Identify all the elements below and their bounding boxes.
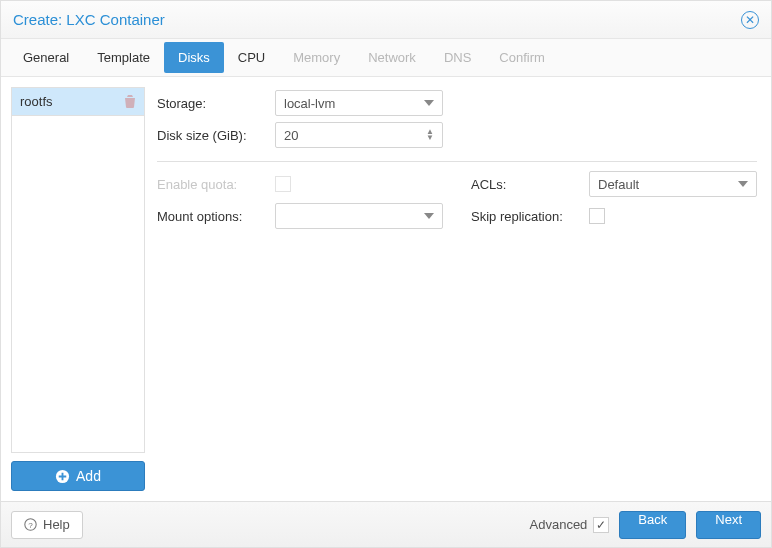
add-disk-button[interactable]: Add (11, 461, 145, 491)
help-button[interactable]: ? Help (11, 511, 83, 539)
tab-template[interactable]: Template (83, 42, 164, 73)
tab-confirm: Confirm (485, 42, 559, 73)
plus-circle-icon (55, 469, 70, 484)
tab-disks[interactable]: Disks (164, 42, 224, 73)
tab-strip: General Template Disks CPU Memory Networ… (1, 39, 771, 77)
tab-network: Network (354, 42, 430, 73)
mount-options-select[interactable] (275, 203, 443, 229)
disk-size-value: 20 (284, 128, 426, 143)
svg-text:?: ? (28, 521, 33, 530)
titlebar: Create: LXC Container ✕ (1, 1, 771, 39)
mount-options-label: Mount options: (157, 209, 267, 224)
dialog-body: rootfs Add Storage: local-lvm (1, 77, 771, 501)
help-label: Help (43, 517, 70, 532)
acls-select[interactable]: Default (589, 171, 757, 197)
disk-sidebar: rootfs Add (11, 87, 145, 501)
dialog-footer: ? Help Advanced Back Next (1, 501, 771, 547)
tab-memory: Memory (279, 42, 354, 73)
storage-select[interactable]: local-lvm (275, 90, 443, 116)
disk-list-item[interactable]: rootfs (12, 88, 144, 116)
dialog-title: Create: LXC Container (13, 11, 165, 28)
disk-size-label: Disk size (GiB): (157, 128, 267, 143)
enable-quota-checkbox (275, 176, 291, 192)
acls-label: ACLs: (471, 177, 581, 192)
chevron-down-icon (738, 181, 748, 187)
help-icon: ? (24, 518, 37, 531)
advanced-checkbox[interactable] (593, 517, 609, 533)
spinner-arrows-icon: ▲▼ (426, 129, 434, 141)
divider (157, 161, 757, 162)
disk-item-label: rootfs (20, 94, 53, 109)
back-button[interactable]: Back (619, 511, 686, 539)
add-button-label: Add (76, 468, 101, 484)
tab-dns: DNS (430, 42, 485, 73)
storage-label: Storage: (157, 96, 267, 111)
dialog-window: Create: LXC Container ✕ General Template… (0, 0, 772, 548)
disk-list: rootfs (11, 87, 145, 453)
tab-general[interactable]: General (9, 42, 83, 73)
form-area: Storage: local-lvm Disk size (GiB): 20 ▲… (157, 87, 761, 501)
close-icon[interactable]: ✕ (741, 11, 759, 29)
next-button[interactable]: Next (696, 511, 761, 539)
tab-cpu[interactable]: CPU (224, 42, 279, 73)
chevron-down-icon (424, 100, 434, 106)
acls-value: Default (598, 177, 738, 192)
advanced-toggle[interactable]: Advanced (530, 517, 610, 533)
disk-size-spinner[interactable]: 20 ▲▼ (275, 122, 443, 148)
enable-quota-label: Enable quota: (157, 177, 267, 192)
trash-icon[interactable] (124, 95, 136, 108)
skip-replication-label: Skip replication: (471, 209, 581, 224)
advanced-label: Advanced (530, 517, 588, 532)
skip-replication-checkbox[interactable] (589, 208, 605, 224)
chevron-down-icon (424, 213, 434, 219)
storage-value: local-lvm (284, 96, 424, 111)
